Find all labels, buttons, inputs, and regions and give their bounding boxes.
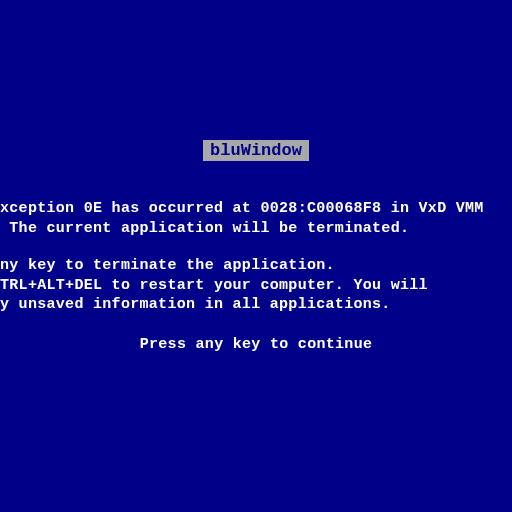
instruction-line-3: y unsaved information in all application… — [0, 295, 512, 315]
bsod-screen: bluWindow xception 0E has occurred at 00… — [0, 140, 512, 354]
instructions-block: ny key to terminate the application. TRL… — [0, 256, 512, 315]
continue-row[interactable]: Press any key to continue — [0, 335, 512, 355]
instruction-line-1: ny key to terminate the application. — [0, 256, 512, 276]
exception-line-2: The current application will be terminat… — [0, 219, 512, 239]
exception-line-1: xception 0E has occurred at 0028:C00068F… — [0, 199, 512, 219]
error-title: bluWindow — [203, 140, 309, 161]
continue-prompt: Press any key to continue — [140, 336, 373, 353]
exception-block: xception 0E has occurred at 0028:C00068F… — [0, 199, 512, 238]
title-row: bluWindow — [0, 140, 512, 161]
instruction-line-2: TRL+ALT+DEL to restart your computer. Yo… — [0, 276, 512, 296]
